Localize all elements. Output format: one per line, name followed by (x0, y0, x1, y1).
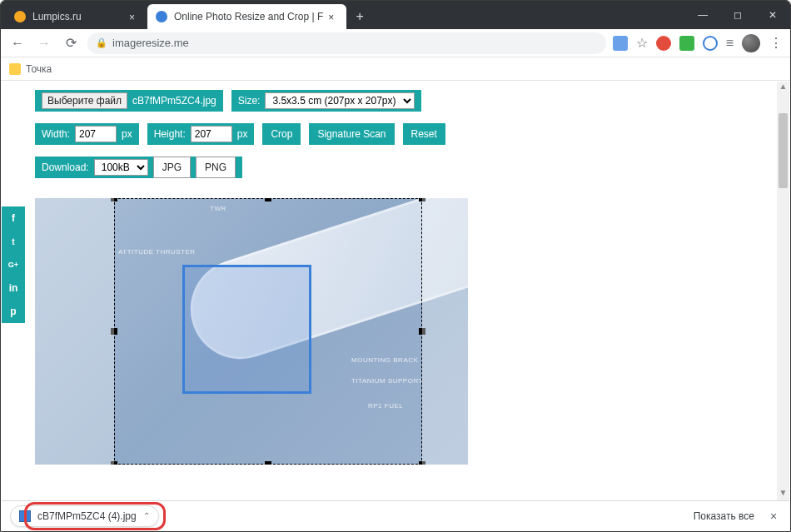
download-label: Download: (42, 162, 89, 173)
tab-lumpics[interactable]: Lumpics.ru × (6, 4, 147, 29)
page-content: Выберите файл cB7fMPm5ZC4.jpg Size: 3.5x… (2, 82, 789, 500)
filename-label: cB7fMPm5ZC4.jpg (132, 95, 216, 107)
size-label: Size: (238, 95, 261, 107)
download-filename: cB7fMPm5ZC4 (4).jpg (37, 510, 137, 522)
px-label: px (237, 128, 248, 140)
file-icon (19, 510, 31, 522)
height-group: Height: px (147, 123, 255, 145)
browser-toolbar: ← → ⟳ 🔒 imageresize.me ☆ ≡ ⋮ (1, 29, 790, 57)
translate-icon[interactable] (613, 36, 628, 51)
lock-icon: 🔒 (96, 37, 107, 48)
facebook-icon[interactable]: f (2, 206, 25, 230)
crop-dim-left (35, 198, 114, 465)
width-input[interactable] (75, 126, 117, 142)
height-label: Height: (154, 128, 186, 140)
crop-handle[interactable] (265, 461, 271, 465)
reload-button[interactable]: ⟳ (61, 33, 81, 53)
crop-button[interactable]: Crop (262, 123, 301, 145)
scroll-down-icon[interactable]: ▼ (777, 488, 789, 500)
size-select[interactable]: 3.5x3.5 cm (207px x 207px) (265, 92, 415, 109)
google-plus-icon[interactable]: G+ (2, 253, 25, 276)
file-picker-group: Выберите файл cB7fMPm5ZC4.jpg (35, 90, 223, 112)
favicon-lumpics (14, 11, 26, 22)
tab-imageresize[interactable]: Online Photo Resize and Crop | F × (147, 4, 346, 29)
forward-button[interactable]: → (34, 33, 54, 53)
crop-handle[interactable] (265, 198, 271, 201)
selection-rectangle[interactable] (182, 265, 311, 394)
window-minimize[interactable]: — (685, 1, 720, 29)
tab-title: Online Photo Resize and Crop | F (174, 11, 323, 22)
width-group: Width: px (35, 123, 139, 145)
bookmark-item[interactable]: Точка (26, 63, 52, 75)
height-input[interactable] (191, 126, 232, 142)
new-tab-button[interactable]: + (350, 7, 370, 27)
back-button[interactable]: ← (7, 33, 27, 53)
image-crop-area[interactable]: TWR ATTITUDE THRUSTER MOUNTING BRACK TIT… (35, 198, 468, 465)
chevron-up-icon[interactable]: ⌃ (143, 511, 150, 520)
bookmarks-bar: Точка (1, 57, 790, 81)
scroll-up-icon[interactable]: ▲ (777, 82, 789, 94)
download-size-select[interactable]: 100kB (94, 159, 148, 176)
close-icon[interactable]: × (328, 12, 338, 22)
extension-icon[interactable] (703, 36, 718, 51)
download-jpg-button[interactable]: JPG (153, 157, 191, 178)
download-group: Download: 100kB JPG PNG (35, 157, 242, 178)
width-label: Width: (42, 128, 70, 140)
linkedin-icon[interactable]: in (2, 276, 25, 300)
reset-button[interactable]: Reset (403, 123, 445, 145)
kebab-menu-icon[interactable]: ⋮ (769, 35, 784, 51)
folder-icon (9, 63, 21, 75)
show-all-downloads[interactable]: Показать все (694, 510, 754, 522)
close-icon[interactable]: × (129, 12, 139, 22)
px-label: px (122, 128, 132, 140)
tab-title: Lumpics.ru (32, 11, 124, 22)
pinterest-icon[interactable]: p (2, 300, 25, 323)
scrollbar-thumb[interactable] (779, 113, 788, 188)
address-host: imageresize.me (112, 37, 189, 49)
window-maximize[interactable]: ◻ (720, 1, 755, 29)
favicon-imageresize (156, 11, 167, 22)
titlebar: Lumpics.ru × Online Photo Resize and Cro… (1, 1, 790, 29)
reading-list-icon[interactable]: ≡ (726, 36, 734, 51)
crop-dim-right (422, 198, 468, 465)
close-icon[interactable]: × (766, 510, 781, 523)
window-close[interactable]: ✕ (755, 1, 790, 29)
download-chip[interactable]: cB7fMPm5ZC4 (4).jpg ⌃ (10, 505, 159, 527)
star-icon[interactable]: ☆ (636, 35, 648, 51)
download-png-button[interactable]: PNG (196, 157, 236, 178)
choose-file-button[interactable]: Выберите файл (42, 92, 127, 109)
avatar[interactable] (742, 34, 760, 52)
signature-scan-button[interactable]: Signature Scan (309, 123, 394, 145)
social-sidebar: f t G+ in p (2, 206, 25, 323)
address-bar[interactable]: 🔒 imageresize.me (87, 32, 606, 54)
size-group: Size: 3.5x3.5 cm (207px x 207px) (231, 90, 422, 112)
twitter-icon[interactable]: t (2, 230, 25, 253)
vertical-scrollbar[interactable]: ▲ ▼ (777, 82, 789, 500)
extension-icon[interactable] (656, 36, 671, 51)
extension-icon[interactable] (679, 36, 694, 51)
downloads-bar: cB7fMPm5ZC4 (4).jpg ⌃ Показать все × (2, 500, 789, 530)
